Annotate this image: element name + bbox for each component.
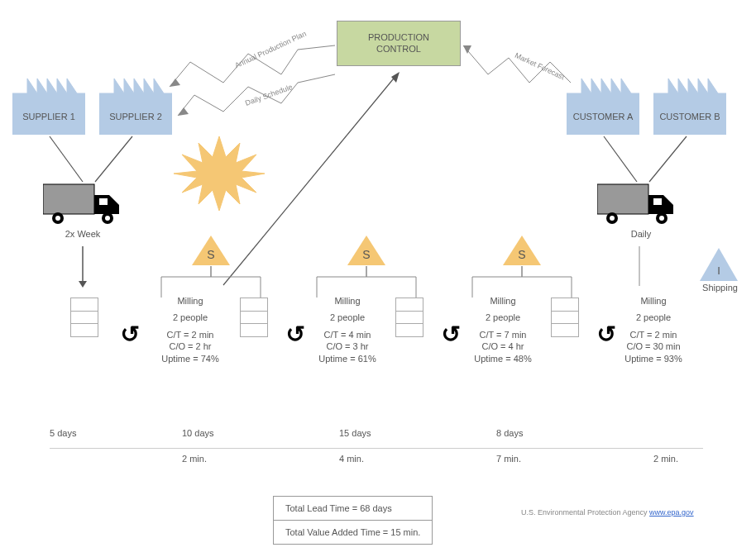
process-time-3: 7 min.: [496, 449, 653, 474]
process-people: 2 people: [302, 312, 393, 322]
lead-time-2: 10 days: [182, 423, 339, 448]
supplier-2: SUPPLIER 2: [99, 70, 172, 135]
svg-marker-6: [463, 45, 471, 54]
supermarket-bracket: [468, 264, 576, 299]
process-1: Milling 2 people C/T = 2 min C/O = 2 hr …: [145, 296, 236, 364]
process-co: C/O = 4 hr: [457, 340, 548, 352]
customer-a: CUSTOMER A: [567, 70, 639, 135]
inventory-box: [551, 298, 579, 337]
process-people: 2 people: [457, 312, 548, 322]
customer-truck-freq: Daily: [620, 229, 662, 239]
process-4: Milling 2 people C/T = 2 min C/O = 30 mi…: [608, 296, 699, 364]
truck-to-stock-arrow: [74, 246, 91, 292]
svg-marker-2: [567, 79, 639, 135]
factory-icon: [567, 70, 639, 135]
process-uptime: Uptime = 48%: [457, 353, 548, 364]
total-value-added: Total Value Added Time = 15 min.: [274, 521, 432, 544]
production-control-box: PRODUCTIONCONTROL: [337, 21, 461, 66]
supplier-truck: [43, 180, 126, 226]
info-flow-label-daily: Daily Schedule: [244, 83, 294, 107]
rotate-icon: ↻: [277, 321, 305, 349]
lead-time-3: 15 days: [339, 423, 496, 448]
svg-line-7: [50, 136, 83, 182]
svg-line-9: [604, 136, 637, 182]
process-uptime: Uptime = 74%: [145, 353, 236, 364]
process-time-1: 2 min.: [182, 449, 339, 474]
svg-marker-5: [178, 107, 189, 116]
totals-box: Total Lead Time = 68 days Total Value Ad…: [273, 496, 433, 545]
lead-time-1: 5 days: [50, 423, 182, 448]
process-uptime: Uptime = 93%: [608, 353, 699, 364]
svg-text:S: S: [362, 248, 370, 261]
timeline: 5 days 10 days 15 days 8 days 2 min. 4 m…: [50, 423, 703, 474]
svg-point-16: [105, 216, 110, 221]
process-co: C/O = 30 min: [608, 340, 699, 352]
svg-marker-3: [653, 79, 726, 135]
process-name: Milling: [608, 296, 699, 306]
process-people: 2 people: [608, 312, 699, 322]
process-name: Milling: [145, 296, 236, 306]
svg-line-10: [649, 136, 687, 182]
svg-marker-23: [174, 136, 265, 211]
supplier-2-label: SUPPLIER 2: [99, 112, 172, 121]
shipping-triangle: I: [700, 248, 738, 286]
kaizen-burst-icon: [174, 136, 265, 211]
svg-marker-25: [79, 281, 87, 288]
svg-rect-12: [99, 198, 108, 205]
process-2: Milling 2 people C/T = 4 min C/O = 3 hr …: [302, 296, 393, 364]
supermarket-bracket: [157, 264, 265, 299]
process-ct: C/T = 7 min: [457, 329, 548, 340]
customer-to-truck-lines: [591, 136, 699, 186]
svg-rect-18: [653, 198, 662, 205]
inventory-box: [70, 298, 98, 337]
process-co: C/O = 3 hr: [302, 340, 393, 352]
svg-point-20: [610, 216, 615, 221]
info-flow-label-forecast: Market Forecast: [514, 51, 566, 82]
supplier-1: SUPPLIER 1: [12, 70, 85, 135]
info-flow-label-annual: Annual Production Plan: [233, 30, 307, 70]
supplier-to-truck-lines: [37, 136, 145, 186]
process-ct: C/T = 2 min: [608, 329, 699, 340]
process-time-4: 2 min.: [653, 449, 703, 474]
process-name: Milling: [457, 296, 548, 306]
inventory-box: [395, 298, 423, 337]
customer-b-label: CUSTOMER B: [653, 112, 726, 121]
customer-truck-line: [635, 246, 644, 288]
svg-marker-27: [391, 72, 400, 83]
truck-icon: [597, 180, 680, 226]
svg-line-8: [95, 136, 132, 182]
process-name: Milling: [302, 296, 393, 306]
svg-marker-1: [99, 79, 172, 135]
svg-rect-17: [597, 184, 648, 214]
svg-text:S: S: [518, 248, 525, 261]
attribution: U.S. Environmental Protection Agency www…: [521, 508, 694, 517]
process-3: Milling 2 people C/T = 7 min C/O = 4 hr …: [457, 296, 548, 364]
svg-point-22: [659, 216, 664, 221]
svg-rect-11: [43, 184, 94, 214]
svg-point-14: [55, 216, 60, 221]
customer-b: CUSTOMER B: [653, 70, 726, 135]
supermarket-triangle: S: [192, 236, 230, 265]
customer-a-label: CUSTOMER A: [567, 112, 639, 121]
supermarket-triangle: S: [347, 236, 385, 265]
process-time-2: 4 min.: [339, 449, 496, 474]
factory-icon: [99, 70, 172, 135]
total-lead-time: Total Lead Time = 68 days: [274, 497, 432, 521]
truck-icon: [43, 180, 126, 226]
lead-time-4: 8 days: [496, 423, 653, 448]
process-co: C/O = 2 hr: [145, 340, 236, 352]
production-control-label: PRODUCTIONCONTROL: [368, 32, 429, 54]
supermarket-bracket: [313, 264, 420, 299]
svg-marker-0: [12, 79, 85, 135]
inventory-box: [240, 298, 268, 337]
supplier-1-label: SUPPLIER 1: [12, 112, 85, 121]
rotate-icon: ↻: [112, 321, 140, 349]
process-ct: C/T = 2 min: [145, 329, 236, 340]
rotate-icon: ↻: [433, 321, 461, 349]
supplier-truck-freq: 2x Week: [58, 229, 108, 239]
customer-truck: [597, 180, 680, 226]
attribution-link[interactable]: www.epa.gov: [649, 508, 694, 517]
svg-text:I: I: [717, 264, 720, 277]
process-ct: C/T = 4 min: [302, 329, 393, 340]
factory-icon: [653, 70, 726, 135]
